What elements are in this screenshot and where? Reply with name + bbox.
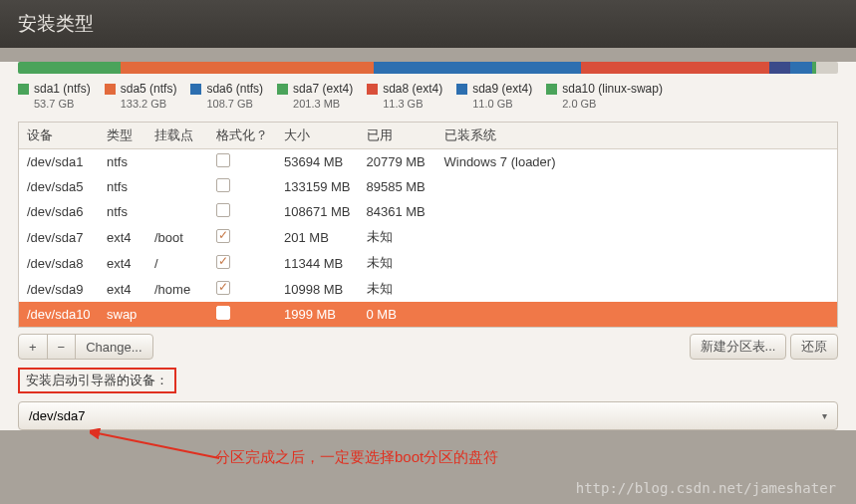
legend-name: sda1 (ntfs) bbox=[34, 82, 91, 96]
legend-item: sda5 (ntfs)133.2 GB bbox=[105, 82, 177, 112]
legend-size: 2.0 GB bbox=[562, 98, 596, 110]
partition-edit-group: + − Change... bbox=[18, 334, 153, 360]
legend-size: 201.3 MB bbox=[293, 98, 340, 110]
cell-mount: /boot bbox=[146, 224, 208, 250]
bootloader-selected-value: /dev/sda7 bbox=[29, 408, 85, 423]
cell-mount: /home bbox=[146, 276, 208, 302]
cell-used: 84361 MB bbox=[359, 199, 436, 224]
usage-segment bbox=[816, 62, 838, 74]
cell-format[interactable] bbox=[208, 149, 276, 175]
annotation-text: 分区完成之后，一定要选择boot分区的盘符 bbox=[215, 448, 498, 467]
add-partition-button[interactable]: + bbox=[18, 334, 48, 360]
cell-type: ext4 bbox=[99, 224, 146, 250]
revert-button[interactable]: 还原 bbox=[790, 334, 838, 360]
window-title: 安装类型 bbox=[18, 11, 94, 37]
cell-system bbox=[436, 250, 838, 276]
format-checkbox[interactable] bbox=[216, 203, 230, 217]
cell-device: /dev/sda5 bbox=[19, 174, 99, 199]
table-row[interactable]: /dev/sda7ext4/boot201 MB未知 bbox=[19, 224, 837, 250]
partition-table[interactable]: 设备 类型 挂载点 格式化？ 大小 已用 已装系统 /dev/sda1ntfs5… bbox=[18, 122, 838, 328]
partition-legend: sda1 (ntfs)53.7 GBsda5 (ntfs)133.2 GBsda… bbox=[0, 80, 856, 122]
cell-format[interactable] bbox=[208, 250, 276, 276]
col-format: 格式化？ bbox=[208, 123, 276, 149]
format-checkbox[interactable] bbox=[216, 229, 230, 243]
cell-mount: / bbox=[146, 250, 208, 276]
cell-system bbox=[436, 276, 838, 302]
cell-type: ntfs bbox=[99, 174, 146, 199]
legend-item: sda8 (ext4)11.3 GB bbox=[367, 82, 442, 112]
format-checkbox[interactable] bbox=[216, 153, 230, 167]
disk-usage-bar bbox=[18, 62, 838, 74]
col-device: 设备 bbox=[19, 123, 99, 149]
legend-name: sda6 (ntfs) bbox=[206, 82, 263, 96]
watermark: http://blog.csdn.net/jameshater bbox=[576, 480, 836, 496]
legend-name: sda9 (ext4) bbox=[472, 82, 532, 96]
legend-name: sda5 (ntfs) bbox=[121, 82, 177, 96]
format-checkbox[interactable] bbox=[216, 255, 230, 269]
bootloader-device-select[interactable]: /dev/sda7 ▾ bbox=[18, 401, 838, 430]
remove-partition-button[interactable]: − bbox=[47, 334, 77, 360]
table-row[interactable]: /dev/sda8ext4/11344 MB未知 bbox=[19, 250, 837, 276]
table-row[interactable]: /dev/sda6ntfs108671 MB84361 MB bbox=[19, 199, 837, 224]
cell-size: 201 MB bbox=[276, 224, 359, 250]
legend-swatch bbox=[190, 84, 201, 95]
cell-type: ntfs bbox=[99, 199, 146, 224]
cell-system bbox=[436, 302, 838, 327]
cell-device: /dev/sda1 bbox=[19, 149, 99, 175]
legend-swatch bbox=[277, 84, 288, 95]
usage-segment bbox=[769, 62, 790, 74]
cell-used: 未知 bbox=[359, 250, 436, 276]
legend-swatch bbox=[105, 84, 116, 95]
table-row[interactable]: /dev/sda5ntfs133159 MB89585 MB bbox=[19, 174, 837, 199]
legend-name: sda8 (ext4) bbox=[383, 82, 442, 96]
cell-format[interactable] bbox=[208, 224, 276, 250]
format-checkbox[interactable] bbox=[216, 178, 230, 192]
cell-used: 未知 bbox=[359, 276, 436, 302]
new-partition-table-button[interactable]: 新建分区表... bbox=[690, 334, 787, 360]
cell-type: swap bbox=[99, 302, 146, 327]
usage-segment bbox=[121, 62, 374, 74]
legend-name: sda10 (linux-swap) bbox=[562, 82, 663, 96]
legend-item: sda6 (ntfs)108.7 GB bbox=[190, 82, 263, 112]
legend-size: 11.0 GB bbox=[472, 98, 512, 110]
table-header: 设备 类型 挂载点 格式化？ 大小 已用 已装系统 bbox=[19, 123, 837, 149]
col-size: 大小 bbox=[276, 123, 359, 149]
change-partition-button[interactable]: Change... bbox=[75, 334, 152, 360]
legend-size: 11.3 GB bbox=[383, 98, 423, 110]
cell-type: ext4 bbox=[99, 250, 146, 276]
cell-size: 10998 MB bbox=[276, 276, 359, 302]
usage-segment bbox=[374, 62, 580, 74]
format-checkbox[interactable] bbox=[216, 281, 230, 295]
table-row[interactable]: /dev/sda9ext4/home10998 MB未知 bbox=[19, 276, 837, 302]
cell-size: 108671 MB bbox=[276, 199, 359, 224]
cell-mount bbox=[146, 149, 208, 175]
cell-device: /dev/sda10 bbox=[19, 302, 99, 327]
legend-item: sda10 (linux-swap)2.0 GB bbox=[546, 82, 663, 112]
usage-segment bbox=[581, 62, 769, 74]
cell-type: ext4 bbox=[99, 276, 146, 302]
table-row[interactable]: /dev/sda1ntfs53694 MB20779 MBWindows 7 (… bbox=[19, 149, 837, 175]
legend-item: sda1 (ntfs)53.7 GB bbox=[18, 82, 91, 112]
cell-format[interactable] bbox=[208, 302, 276, 327]
cell-used: 20779 MB bbox=[359, 149, 436, 175]
cell-device: /dev/sda7 bbox=[19, 224, 99, 250]
cell-size: 11344 MB bbox=[276, 250, 359, 276]
cell-system bbox=[436, 224, 838, 250]
cell-format[interactable] bbox=[208, 199, 276, 224]
cell-device: /dev/sda9 bbox=[19, 276, 99, 302]
cell-format[interactable] bbox=[208, 174, 276, 199]
cell-system: Windows 7 (loader) bbox=[436, 149, 838, 175]
table-row[interactable]: /dev/sda10swap1999 MB0 MB bbox=[19, 302, 837, 327]
cell-mount bbox=[146, 174, 208, 199]
cell-mount bbox=[146, 199, 208, 224]
usage-segment bbox=[18, 62, 121, 74]
cell-used: 89585 MB bbox=[359, 174, 436, 199]
format-checkbox[interactable] bbox=[216, 306, 230, 320]
cell-mount bbox=[146, 302, 208, 327]
cell-format[interactable] bbox=[208, 276, 276, 302]
legend-swatch bbox=[546, 84, 557, 95]
cell-system bbox=[436, 174, 838, 199]
chevron-down-icon: ▾ bbox=[822, 410, 827, 421]
cell-device: /dev/sda8 bbox=[19, 250, 99, 276]
col-system: 已装系统 bbox=[436, 123, 838, 149]
